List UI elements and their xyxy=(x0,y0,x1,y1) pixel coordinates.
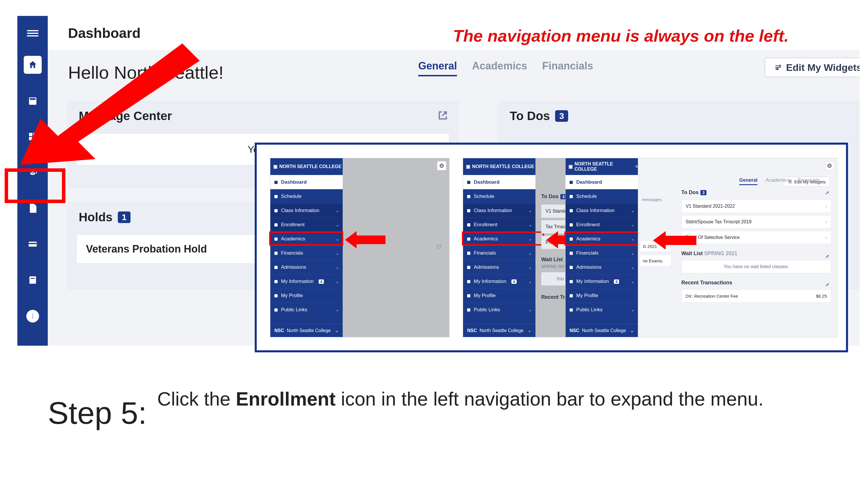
mini2-nav-publiclinks[interactable]: Public Links⌄ xyxy=(463,302,535,317)
mini2-footer: NSC North Seattle College⌄ xyxy=(463,324,535,337)
mini1-nav-enrollment[interactable]: Enrollment⌄ xyxy=(270,218,343,232)
sidebar-admissions-icon[interactable] xyxy=(24,271,42,289)
sidebar-classinfo-icon[interactable] xyxy=(24,128,42,145)
sidebar-academics-icon[interactable] xyxy=(24,199,42,217)
todos-count-badge: 3 xyxy=(555,110,568,122)
mini2-college-logo: ▣NORTH SEATTLE COLLEGE xyxy=(463,158,535,175)
mini2-nav-classinfo[interactable]: Class Information⌄ xyxy=(463,203,535,218)
mini1-open-icon xyxy=(436,244,442,249)
mini3-recent-header: Recent Transactions xyxy=(681,280,831,286)
mini1-nav-admissions[interactable]: Admissions⌄ xyxy=(270,260,343,274)
app-collapsed-sidebar: ⋮ xyxy=(18,16,48,346)
mini3-nav-myprofile[interactable]: My Profile xyxy=(565,288,638,302)
mini3-settings-icon[interactable]: ⚙ xyxy=(825,161,834,170)
mini3-left-frag-term: G 2021 xyxy=(640,240,672,252)
svg-rect-1 xyxy=(33,133,36,136)
mini3-nav-dashboard[interactable]: Dashboard xyxy=(565,175,638,189)
mini3-nav-myinfo[interactable]: My Information4⌄ xyxy=(565,274,638,288)
todos-title: To Dos 3 xyxy=(499,101,860,130)
mini1-nav-schedule[interactable]: Schedule xyxy=(270,189,343,203)
mini1-footer: NSC North Seattle College⌄ xyxy=(270,324,343,337)
mini2-nav-schedule[interactable]: Schedule xyxy=(463,189,535,203)
mini3-todo-proof[interactable]: Proof Of Selective Service› xyxy=(681,231,831,244)
mini3-nav-enrollment[interactable]: Enrollment⌄ xyxy=(565,218,638,232)
mini3-waitlist-header: Wait List SPRING 2021 xyxy=(681,251,831,257)
svg-point-8 xyxy=(779,65,781,67)
mini2-nav-enrollment[interactable]: Enrollment⌄ xyxy=(463,218,535,232)
mini1-nav-publiclinks[interactable]: Public Links⌄ xyxy=(270,302,343,317)
sidebar-more-icon[interactable]: ⋮ xyxy=(26,310,39,323)
mini3-todos-header: To Dos3 xyxy=(681,190,831,196)
mini2-waitlist-header: Wait List xyxy=(541,257,563,263)
mini2-todos-header: To Dos3 xyxy=(541,194,566,200)
mini3-college-logo: ▣NORTH SEATTLE COLLEGE≡ xyxy=(565,158,638,175)
mini3-tabs: General Academics Financials xyxy=(739,177,820,185)
mini1-enrollment-highlight xyxy=(269,231,343,246)
step-instruction: Click the Enrollment icon in the left na… xyxy=(157,386,764,412)
mini3-footer: NSC North Seattle College⌄ xyxy=(565,324,638,337)
edit-widgets-label: Edit My Widgets xyxy=(786,62,860,73)
step-number: Step 5: xyxy=(48,386,147,431)
edit-widgets-button[interactable]: Edit My Widgets xyxy=(765,58,860,77)
mini2-nav-financials[interactable]: Financials⌄ xyxy=(463,246,535,260)
tab-academics[interactable]: Academics xyxy=(472,60,527,76)
mini3-todo-tax[interactable]: Stdnt/Spouse Tax Trnscrpt 2019› xyxy=(681,215,831,229)
mini1-nav-dashboard[interactable]: Dashboard xyxy=(270,175,343,189)
mini1-settings-icon[interactable]: ⚙ xyxy=(437,161,446,170)
mini1-nav-financials[interactable]: Financials⌄ xyxy=(270,246,343,260)
mini3-transaction-row[interactable]: DX: Recreation Center Fee$6.25 xyxy=(681,289,831,302)
sidebar-dashboard-icon[interactable] xyxy=(24,56,42,74)
mini3-waitlist-empty: You have no wait listed classes. xyxy=(681,260,831,273)
open-icon[interactable] xyxy=(438,110,448,121)
svg-rect-6 xyxy=(29,276,36,284)
mini3-nav-admissions[interactable]: Admissions⌄ xyxy=(565,260,638,274)
mini1-college-logo: ▣NORTH SEATTLE COLLEGE xyxy=(270,158,343,175)
mini1-nav-myprofile[interactable]: My Profile xyxy=(270,288,343,302)
svg-rect-3 xyxy=(33,137,36,140)
sidebar-enrollment-icon[interactable] xyxy=(24,163,42,182)
mini2-enrollment-highlight xyxy=(462,231,544,246)
annotation-banner: The navigation menu is always on the lef… xyxy=(453,26,789,45)
mini1-nav-myinfo[interactable]: My Information4⌄ xyxy=(270,274,343,288)
svg-rect-5 xyxy=(28,243,36,244)
mini-screenshot-3: ▣NORTH SEATTLE COLLEGE≡ Dashboard Schedu… xyxy=(565,158,837,337)
mini3-nav-financials[interactable]: Financials⌄ xyxy=(565,246,638,260)
tab-general[interactable]: General xyxy=(418,60,457,76)
mini2-nav-myinfo[interactable]: My Information4⌄ xyxy=(463,274,535,288)
svg-rect-2 xyxy=(29,137,32,140)
message-center-title: Message Center xyxy=(68,101,458,130)
mini1-nav-classinfo[interactable]: Class Information⌄ xyxy=(270,203,343,218)
holds-count-badge: 1 xyxy=(118,212,131,223)
sequence-strip: ▣NORTH SEATTLE COLLEGE Dashboard Schedul… xyxy=(255,142,848,352)
sidebar-schedule-icon[interactable] xyxy=(24,92,42,110)
page-title: Dashboard xyxy=(68,25,141,41)
sidebar-financials-icon[interactable] xyxy=(24,235,42,253)
step-caption: Step 5: Click the Enrollment icon in the… xyxy=(48,386,829,431)
tab-financials[interactable]: Financials xyxy=(542,60,593,76)
mini2-nav-admissions[interactable]: Admissions⌄ xyxy=(463,260,535,274)
mini3-nav-publiclinks[interactable]: Public Links⌄ xyxy=(565,302,638,317)
mini2-nav-myprofile[interactable]: My Profile xyxy=(463,288,535,302)
mini-screenshot-1: ▣NORTH SEATTLE COLLEGE Dashboard Schedul… xyxy=(270,158,450,337)
mini3-todo-v1[interactable]: V1 Standard 2021-2022› xyxy=(681,200,831,213)
dashboard-tabs: General Academics Financials xyxy=(418,60,593,76)
svg-rect-7 xyxy=(30,278,34,279)
svg-rect-0 xyxy=(29,133,32,136)
mini2-nav-dashboard[interactable]: Dashboard xyxy=(463,175,535,189)
hamburger-icon[interactable] xyxy=(27,29,38,38)
mini3-nav-schedule[interactable]: Schedule xyxy=(565,189,638,203)
mini3-left-frag-exams: no Exams. xyxy=(640,255,672,266)
mini3-nav-classinfo[interactable]: Class Information⌄ xyxy=(565,203,638,218)
